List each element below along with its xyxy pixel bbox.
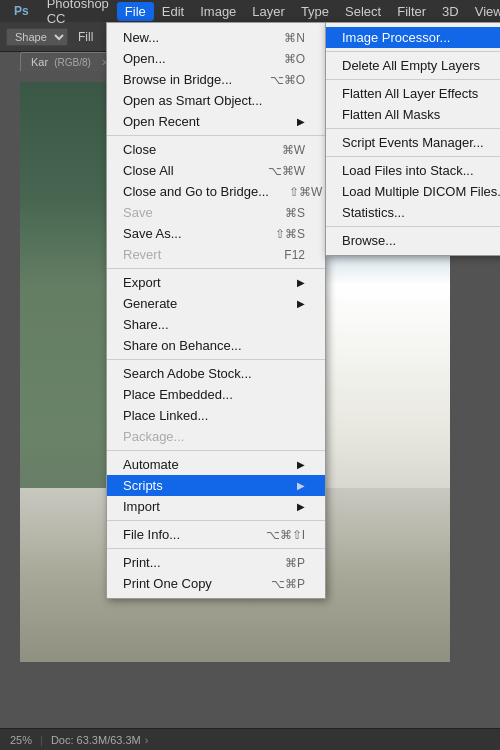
menu-browse-bridge-shortcut: ⌥⌘O: [270, 73, 305, 87]
menu-save-as-shortcut: ⇧⌘S: [275, 227, 305, 241]
menubar-item-image[interactable]: Image: [192, 2, 244, 21]
menu-scripts-label: Scripts: [123, 478, 163, 493]
doc-size-arrow: ›: [145, 734, 149, 746]
menu-place-linked[interactable]: Place Linked...: [107, 405, 325, 426]
menu-close-shortcut: ⌘W: [282, 143, 305, 157]
menu-close-all-label: Close All: [123, 163, 174, 178]
export-arrow: ▶: [297, 277, 305, 288]
menu-close-bridge-shortcut: ⇧⌘W: [289, 185, 322, 199]
import-arrow: ▶: [297, 501, 305, 512]
scripts-submenu: Image Processor... Delete All Empty Laye…: [325, 22, 500, 256]
menu-print[interactable]: Print... ⌘P: [107, 552, 325, 573]
submenu-script-events-manager-label: Script Events Manager...: [342, 135, 484, 150]
menu-print-one-copy-label: Print One Copy: [123, 576, 212, 591]
menu-save: Save ⌘S: [107, 202, 325, 223]
menu-revert-shortcut: F12: [284, 248, 305, 262]
menu-save-as-label: Save As...: [123, 226, 182, 241]
menu-save-label: Save: [123, 205, 153, 220]
submenu-flatten-masks[interactable]: Flatten All Masks: [326, 104, 500, 125]
menu-scripts[interactable]: Scripts ▶: [107, 475, 325, 496]
menu-file-info[interactable]: File Info... ⌥⌘⇧I: [107, 524, 325, 545]
menubar-item-layer[interactable]: Layer: [244, 2, 293, 21]
shape-select[interactable]: Shape: [6, 28, 68, 46]
menu-close-label: Close: [123, 142, 156, 157]
menu-revert-label: Revert: [123, 247, 161, 262]
sub-separator-3: [326, 128, 500, 129]
menu-close-bridge-label: Close and Go to Bridge...: [123, 184, 269, 199]
menu-automate-label: Automate: [123, 457, 179, 472]
separator-4: [107, 450, 325, 451]
menu-share[interactable]: Share...: [107, 314, 325, 335]
separator-1: [107, 135, 325, 136]
generate-arrow: ▶: [297, 298, 305, 309]
separator-2: [107, 268, 325, 269]
menu-print-one-copy[interactable]: Print One Copy ⌥⌘P: [107, 573, 325, 594]
submenu-statistics-label: Statistics...: [342, 205, 405, 220]
menu-new[interactable]: New... ⌘N: [107, 27, 325, 48]
menu-open-smart-object[interactable]: Open as Smart Object...: [107, 90, 325, 111]
menubar-item-filter[interactable]: Filter: [389, 2, 434, 21]
menu-open-shortcut: ⌘O: [284, 52, 305, 66]
submenu-browse-label: Browse...: [342, 233, 396, 248]
menu-import-label: Import: [123, 499, 160, 514]
menubar-item-edit[interactable]: Edit: [154, 2, 192, 21]
menu-export[interactable]: Export ▶: [107, 272, 325, 293]
submenu-load-dicom[interactable]: Load Multiple DICOM Files...: [326, 181, 500, 202]
menubar-item-file[interactable]: File: [117, 2, 154, 21]
menu-share-label: Share...: [123, 317, 169, 332]
status-bar: 25% | Doc: 63.3M/63.3M ›: [0, 728, 500, 750]
menu-browse-bridge-label: Browse in Bridge...: [123, 72, 232, 87]
menu-package: Package...: [107, 426, 325, 447]
menu-automate[interactable]: Automate ▶: [107, 454, 325, 475]
menu-close-all-shortcut: ⌥⌘W: [268, 164, 305, 178]
menu-bar: Ps Photoshop CC File Edit Image Layer Ty…: [0, 0, 500, 22]
submenu-load-files-stack-label: Load Files into Stack...: [342, 163, 474, 178]
menubar-item-3d[interactable]: 3D: [434, 2, 467, 21]
separator-6: [107, 548, 325, 549]
menu-generate[interactable]: Generate ▶: [107, 293, 325, 314]
submenu-statistics[interactable]: Statistics...: [326, 202, 500, 223]
menu-generate-label: Generate: [123, 296, 177, 311]
menu-share-behance-label: Share on Behance...: [123, 338, 242, 353]
menu-close-all[interactable]: Close All ⌥⌘W: [107, 160, 325, 181]
menu-open-recent[interactable]: Open Recent ▶: [107, 111, 325, 132]
menu-print-label: Print...: [123, 555, 161, 570]
menu-open-smart-object-label: Open as Smart Object...: [123, 93, 262, 108]
submenu-delete-empty-layers[interactable]: Delete All Empty Layers: [326, 55, 500, 76]
submenu-script-events-manager[interactable]: Script Events Manager...: [326, 132, 500, 153]
menu-open[interactable]: Open... ⌘O: [107, 48, 325, 69]
menu-search-stock[interactable]: Search Adobe Stock...: [107, 363, 325, 384]
submenu-load-files-stack[interactable]: Load Files into Stack...: [326, 160, 500, 181]
menu-place-linked-label: Place Linked...: [123, 408, 208, 423]
menubar-item-select[interactable]: Select: [337, 2, 389, 21]
sub-separator-4: [326, 156, 500, 157]
menu-import[interactable]: Import ▶: [107, 496, 325, 517]
menu-place-embedded[interactable]: Place Embedded...: [107, 384, 325, 405]
menu-print-shortcut: ⌘P: [285, 556, 305, 570]
menu-save-as[interactable]: Save As... ⇧⌘S: [107, 223, 325, 244]
document-name: Kar: [31, 56, 48, 68]
menubar-item-type[interactable]: Type: [293, 2, 337, 21]
submenu-flatten-masks-label: Flatten All Masks: [342, 107, 440, 122]
menu-close[interactable]: Close ⌘W: [107, 139, 325, 160]
submenu-delete-empty-layers-label: Delete All Empty Layers: [342, 58, 480, 73]
file-menu-dropdown: New... ⌘N Open... ⌘O Browse in Bridge...…: [106, 22, 326, 599]
menu-close-bridge[interactable]: Close and Go to Bridge... ⇧⌘W: [107, 181, 325, 202]
menu-revert: Revert F12: [107, 244, 325, 265]
menu-save-shortcut: ⌘S: [285, 206, 305, 220]
menubar-item-view[interactable]: View: [467, 2, 500, 21]
menu-browse-bridge[interactable]: Browse in Bridge... ⌥⌘O: [107, 69, 325, 90]
document-color-mode: (RGB/8): [54, 57, 91, 68]
submenu-flatten-layer-effects[interactable]: Flatten All Layer Effects: [326, 83, 500, 104]
submenu-browse[interactable]: Browse...: [326, 230, 500, 251]
menu-open-label: Open...: [123, 51, 166, 66]
sub-separator-1: [326, 51, 500, 52]
submenu-image-processor[interactable]: Image Processor...: [326, 27, 500, 48]
menu-package-label: Package...: [123, 429, 184, 444]
fill-label: Fill: [72, 28, 99, 46]
menu-file-info-label: File Info...: [123, 527, 180, 542]
document-tab[interactable]: Kar (RGB/8) ✕: [20, 52, 120, 71]
ps-logo: Ps: [6, 4, 37, 18]
menu-share-behance[interactable]: Share on Behance...: [107, 335, 325, 356]
scripts-arrow: ▶: [297, 480, 305, 491]
